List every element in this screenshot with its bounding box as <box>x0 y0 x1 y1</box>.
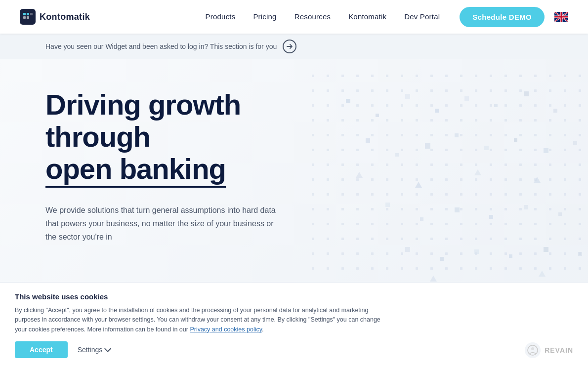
cookie-title: This website uses cookies <box>15 292 573 301</box>
chevron-down-icon <box>104 345 111 352</box>
svg-rect-34 <box>558 212 562 216</box>
svg-rect-37 <box>474 249 479 254</box>
svg-rect-23 <box>544 148 548 153</box>
svg-rect-40 <box>578 252 582 256</box>
revain-watermark: Revain <box>525 342 573 358</box>
svg-rect-36 <box>440 257 444 261</box>
svg-rect-14 <box>494 104 498 107</box>
svg-rect-17 <box>366 138 370 143</box>
revain-logo-icon <box>525 342 541 358</box>
brand-name: Kontomatik <box>40 12 90 22</box>
nav-item-kontomatik[interactable]: Kontomatik <box>348 12 386 21</box>
nav-links: Products Pricing Resources Kontomatik De… <box>206 12 440 21</box>
hero-subtitle: We provide solutions that turn general a… <box>45 204 283 244</box>
svg-rect-21 <box>484 146 489 150</box>
svg-rect-18 <box>395 153 399 157</box>
nav-item-products[interactable]: Products <box>206 12 236 21</box>
hero-title-line2: open banking <box>45 153 226 188</box>
svg-rect-35 <box>405 247 410 252</box>
revain-label: Revain <box>545 346 573 354</box>
hero-content: Driving growth through open banking We p… <box>45 89 352 244</box>
svg-rect-2 <box>27 13 29 15</box>
svg-rect-38 <box>509 254 512 258</box>
svg-rect-13 <box>464 96 469 101</box>
nav-right: Schedule DEMO <box>460 7 568 27</box>
brand-logo-icon <box>20 9 36 25</box>
hero-title-line1: Driving growth through <box>45 88 241 153</box>
cookie-settings-button[interactable]: Settings <box>78 346 111 354</box>
language-selector[interactable] <box>554 12 568 22</box>
nav-item-pricing[interactable]: Pricing <box>253 12 276 21</box>
nav-item-dev-portal[interactable]: Dev Portal <box>404 12 440 21</box>
announcement-arrow[interactable] <box>283 40 296 53</box>
svg-rect-16 <box>553 109 557 113</box>
svg-rect-39 <box>544 247 548 252</box>
svg-rect-31 <box>455 207 460 212</box>
svg-rect-32 <box>489 215 493 219</box>
svg-rect-4 <box>27 16 29 19</box>
announcement-text: Have you seen our Widget and been asked … <box>45 42 277 50</box>
svg-rect-19 <box>425 143 430 149</box>
cookie-banner: This website uses cookies By clicking "A… <box>0 282 588 367</box>
svg-rect-12 <box>435 109 439 113</box>
schedule-demo-button[interactable]: Schedule DEMO <box>460 7 545 27</box>
svg-rect-1 <box>23 13 26 15</box>
navbar: Kontomatik Products Pricing Resources Ko… <box>0 0 588 34</box>
svg-rect-29 <box>385 203 390 207</box>
arrow-right-icon <box>286 43 293 50</box>
svg-rect-15 <box>524 91 529 96</box>
svg-rect-11 <box>405 94 410 99</box>
announcement-bar: Have you seen our Widget and been asked … <box>0 34 588 59</box>
svg-rect-24 <box>573 141 577 145</box>
nav-item-resources[interactable]: Resources <box>294 12 331 21</box>
brand-logo-link[interactable]: Kontomatik <box>20 9 90 25</box>
svg-rect-3 <box>23 16 26 19</box>
svg-rect-10 <box>376 114 379 117</box>
cookie-accept-button[interactable]: Accept <box>15 341 68 358</box>
hero-title: Driving growth through open banking <box>45 89 352 188</box>
svg-rect-33 <box>524 205 528 209</box>
svg-rect-30 <box>420 217 423 221</box>
svg-rect-20 <box>455 133 459 137</box>
cookie-actions: Accept Settings <box>15 341 573 358</box>
cookie-policy-link[interactable]: Privacy and cookies policy <box>190 326 262 333</box>
svg-rect-22 <box>514 138 517 142</box>
svg-point-45 <box>531 347 534 350</box>
cookie-body-text: By clicking "Accept", you agree to the i… <box>15 306 380 334</box>
svg-rect-5 <box>30 13 33 15</box>
